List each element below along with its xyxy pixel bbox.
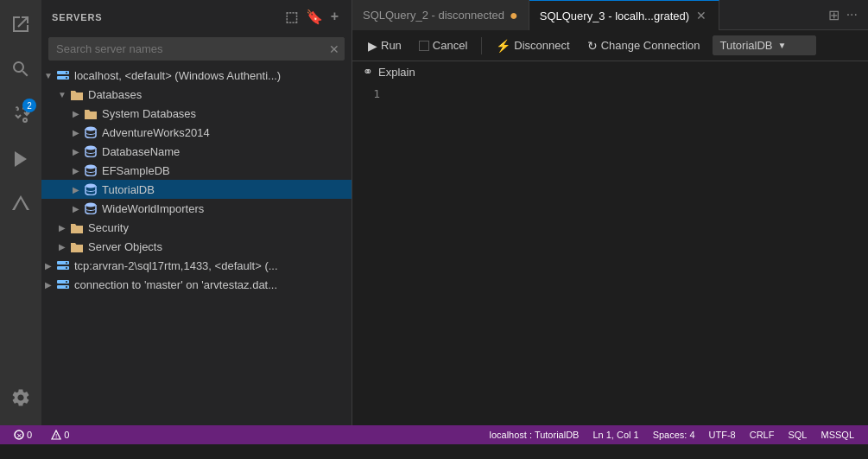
arrow-adventureworks: ▶ — [69, 123, 83, 142]
svg-point-5 — [86, 127, 96, 131]
editor-area: SQLQuery_2 - disconnected ● SQLQuery_3 -… — [352, 0, 868, 425]
label-databases: Databases — [88, 88, 142, 101]
svg-point-9 — [86, 203, 96, 207]
change-connection-label: Change Connection — [601, 39, 700, 52]
arrow-system-databases: ▶ — [69, 104, 83, 123]
status-error[interactable]: ✕ 0 — [7, 430, 39, 440]
code-editor[interactable]: 1 — [352, 82, 868, 425]
tree-item-system-databases[interactable]: ▶ System Databases — [41, 104, 352, 123]
label-adventureworks: AdventureWorks2014 — [102, 126, 210, 139]
database-selector-value: TutorialDB — [720, 39, 773, 52]
label-system-databases: System Databases — [102, 107, 196, 120]
editor-layout-icon[interactable]: ⊞ — [825, 3, 843, 27]
arrow-databases: ▼ — [55, 85, 69, 104]
status-spaces[interactable]: Spaces: 4 — [646, 430, 702, 440]
cancel-icon — [419, 41, 429, 51]
tab-query3[interactable]: SQLQuery_3 - localh...grated) ✕ — [529, 0, 719, 30]
arrow-security: ▶ — [55, 218, 69, 237]
source-control-icon[interactable]: 2 — [0, 93, 41, 135]
arrow-tcp-server: ▶ — [41, 256, 55, 275]
change-connection-icon: ↻ — [587, 39, 598, 53]
tab-actions: ⊞ ··· — [825, 0, 868, 29]
code-content[interactable] — [387, 82, 868, 425]
search-input[interactable] — [48, 37, 345, 61]
disconnect-label: Disconnect — [514, 39, 569, 52]
server-icon-connection-master — [55, 277, 71, 292]
status-line-ending[interactable]: CRLF — [743, 430, 782, 440]
status-bar: ✕ 0 ! 0 localhost : TutorialDB Ln 1, Col… — [0, 425, 868, 444]
server-icon-tcp — [55, 258, 71, 273]
explain-icon: ⚭ — [363, 65, 373, 79]
database-icon-wideworldimporters — [83, 201, 98, 216]
arrow-efsampledb: ▶ — [69, 161, 83, 180]
settings-icon[interactable] — [0, 377, 41, 418]
run-button[interactable]: ▶ Run — [363, 37, 407, 54]
svg-point-8 — [86, 184, 96, 188]
database-icon-efsampledb — [83, 163, 98, 178]
explain-label[interactable]: Explain — [378, 66, 415, 79]
tab-query2-label: SQLQuery_2 - disconnected — [363, 9, 504, 22]
line-numbers: 1 — [352, 82, 387, 425]
tab-query2[interactable]: SQLQuery_2 - disconnected ● — [352, 0, 529, 30]
change-connection-button[interactable]: ↻ Change Connection — [582, 37, 706, 54]
tab-query3-close[interactable]: ✕ — [694, 7, 708, 24]
sidebar: SERVERS ⬚ 🔖 + ✕ ▼ localhost, <default> (… — [41, 0, 352, 425]
tree-item-tutorialdb[interactable]: ▶ TutorialDB — [41, 180, 352, 199]
tree-item-databasename[interactable]: ▶ DatabaseName — [41, 142, 352, 161]
status-position[interactable]: Ln 1, Col 1 — [586, 430, 645, 440]
folder-icon-security — [69, 220, 85, 235]
tree-item-tcp-server[interactable]: ▶ tcp:arvran-2\sql17rtm,1433, <default> … — [41, 256, 352, 275]
svg-point-12 — [66, 262, 67, 264]
search-clear-icon[interactable]: ✕ — [329, 42, 339, 56]
tree-item-server-objects[interactable]: ▶ Server Objects — [41, 237, 352, 256]
svg-point-3 — [66, 72, 67, 73]
disconnect-icon: ⚡ — [496, 39, 510, 53]
label-wideworldimporters: WideWorldImporters — [102, 202, 204, 215]
svg-point-7 — [86, 165, 96, 169]
svg-point-17 — [66, 286, 67, 288]
add-server-icon[interactable]: + — [329, 7, 341, 27]
search-icon[interactable] — [0, 48, 41, 90]
status-connection[interactable]: localhost : TutorialDB — [483, 430, 586, 440]
server-icon-localhost — [55, 67, 71, 83]
tree-item-localhost[interactable]: ▼ localhost, <default> (Windows Authenti… — [41, 66, 352, 85]
svg-text:!: ! — [55, 432, 57, 440]
cancel-button[interactable]: Cancel — [414, 37, 472, 54]
database-icon-adventureworks — [83, 124, 98, 140]
deploy-icon[interactable] — [0, 183, 41, 225]
activity-bar: 2 — [0, 0, 41, 425]
tree-item-security[interactable]: ▶ Security — [41, 218, 352, 237]
tree-item-wideworldimporters[interactable]: ▶ WideWorldImporters — [41, 199, 352, 218]
tab-bar: SQLQuery_2 - disconnected ● SQLQuery_3 -… — [352, 0, 868, 30]
disconnect-button[interactable]: ⚡ Disconnect — [491, 37, 574, 54]
tree-item-connection-master[interactable]: ▶ connection to 'master' on 'arvtestaz.d… — [41, 275, 352, 294]
run-icon: ▶ — [368, 39, 377, 53]
label-databasename: DatabaseName — [102, 145, 180, 158]
label-efsampledb: EFSampleDB — [102, 164, 170, 177]
database-selector[interactable]: TutorialDB ▼ — [713, 35, 816, 55]
bookmark-icon[interactable]: 🔖 — [304, 7, 326, 27]
tree-item-efsampledb[interactable]: ▶ EFSampleDB — [41, 161, 352, 180]
arrow-localhost: ▼ — [41, 66, 55, 85]
more-tabs-icon[interactable]: ··· — [843, 3, 861, 26]
arrow-tutorialdb: ▶ — [69, 180, 83, 199]
svg-point-6 — [86, 146, 96, 150]
search-bar: ✕ — [48, 37, 345, 61]
separator — [481, 37, 482, 54]
run-icon[interactable] — [0, 138, 41, 180]
source-control-badge: 2 — [22, 99, 36, 112]
tree-item-adventureworks[interactable]: ▶ AdventureWorks2014 — [41, 123, 352, 142]
explorer-icon[interactable] — [0, 3, 41, 45]
tab-query2-dot: ● — [510, 9, 518, 22]
status-language[interactable]: SQL — [781, 430, 814, 440]
status-encoding[interactable]: UTF-8 — [702, 430, 743, 440]
svg-point-4 — [66, 77, 67, 79]
svg-point-16 — [66, 281, 67, 283]
status-warning[interactable]: ! 0 — [44, 430, 76, 440]
label-security: Security — [88, 221, 129, 234]
monitor-icon[interactable]: ⬚ — [283, 7, 301, 27]
label-connection-master: connection to 'master' on 'arvtestaz.dat… — [74, 278, 277, 291]
folder-icon-system-databases — [83, 105, 98, 121]
tree-item-databases[interactable]: ▼ Databases — [41, 85, 352, 104]
status-dialect[interactable]: MSSQL — [814, 430, 861, 440]
